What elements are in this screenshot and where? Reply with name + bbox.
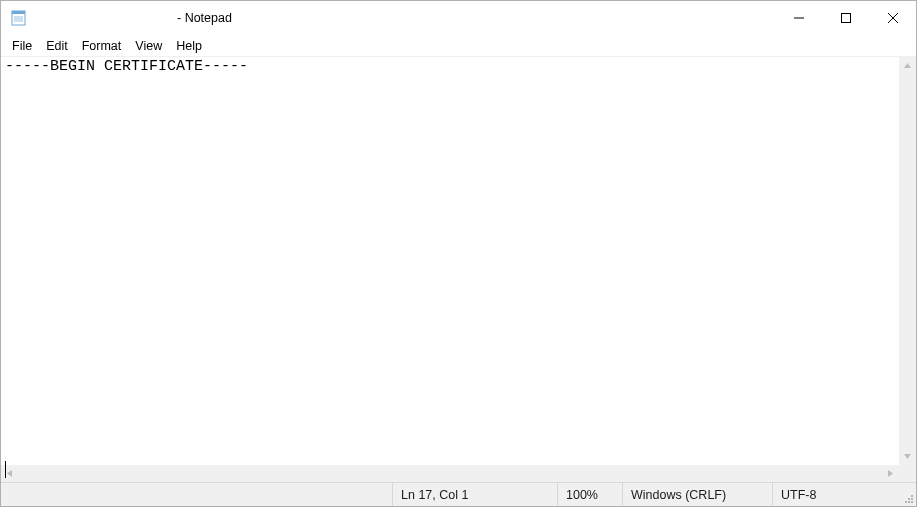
status-bar: Ln 17, Col 1 100% Windows (CRLF) UTF-8 [1,482,916,506]
maximize-button[interactable] [822,1,869,35]
title-bar: - Notepad [1,1,916,35]
menu-edit[interactable]: Edit [39,37,75,55]
menu-view[interactable]: View [128,37,169,55]
status-spacer [1,483,392,506]
status-zoom: 100% [557,483,622,506]
horizontal-scrollbar[interactable] [1,465,916,482]
status-position: Ln 17, Col 1 [392,483,557,506]
close-button[interactable] [869,1,916,35]
svg-point-16 [905,501,907,503]
menu-help[interactable]: Help [169,37,209,55]
menu-format[interactable]: Format [75,37,129,55]
svg-marker-9 [904,63,911,68]
svg-marker-11 [7,470,12,477]
menu-bar: File Edit Format View Help [1,35,916,57]
svg-point-18 [911,501,913,503]
status-eol: Windows (CRLF) [622,483,772,506]
menu-file[interactable]: File [5,37,39,55]
minimize-button[interactable] [775,1,822,35]
scroll-up-icon[interactable] [899,57,916,74]
svg-marker-12 [888,470,893,477]
text-caret [5,461,6,478]
svg-rect-1 [12,11,25,14]
window-title: - Notepad [37,11,232,25]
scrollbar-corner [899,465,916,482]
svg-point-17 [908,501,910,503]
status-encoding: UTF-8 [772,483,902,506]
window-controls [775,1,916,35]
scroll-down-icon[interactable] [899,448,916,465]
svg-marker-10 [904,454,911,459]
svg-point-15 [911,498,913,500]
vertical-scrollbar[interactable] [899,57,916,465]
notepad-icon [1,9,37,27]
resize-grip-icon[interactable] [902,483,916,506]
svg-point-14 [908,498,910,500]
editor-container: -----BEGIN CERTIFICATE----- [1,57,916,482]
svg-point-13 [911,495,913,497]
scroll-left-icon[interactable] [1,465,18,482]
text-editor[interactable]: -----BEGIN CERTIFICATE----- [1,57,899,465]
svg-rect-6 [841,14,850,23]
scroll-right-icon[interactable] [882,465,899,482]
